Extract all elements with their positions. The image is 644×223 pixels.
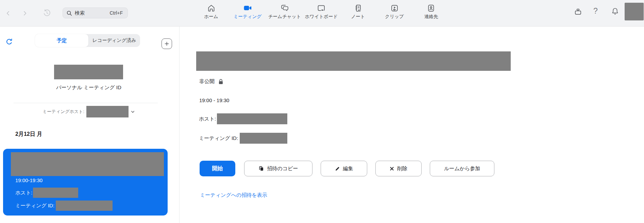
- tab-label: ホーム: [204, 14, 218, 19]
- copy-invitation-label: 招待のコピー: [267, 165, 298, 172]
- search-placeholder: 検索: [75, 10, 85, 16]
- show-meeting-invitation-link[interactable]: ミーティングへの招待を表示: [200, 192, 267, 198]
- refresh-icon[interactable]: [5, 38, 13, 46]
- sidebar-divider: [14, 103, 158, 103]
- chat-bubbles-icon: [280, 3, 289, 13]
- tab-label: 連絡先: [424, 14, 438, 19]
- tab-team-chat[interactable]: チームチャット: [268, 3, 301, 19]
- meeting-host-filter-label: ミーティングホスト:: [43, 109, 84, 115]
- meetings-sidebar: 予定 レコーディング済み パーソナル ミーティング ID ミーティングホスト: …: [0, 27, 180, 223]
- history-icon[interactable]: [43, 9, 51, 17]
- date-header: 2月12日 月: [15, 131, 42, 138]
- meeting-list-item[interactable]: 19:00-19:30 ホスト: ミーティング ID:: [3, 149, 168, 216]
- edit-label: 編集: [343, 165, 353, 172]
- edit-button[interactable]: 編集: [321, 161, 367, 176]
- meeting-detail-panel: 非公開 19:00 - 19:30 ホスト: ミーティング ID: 開始: [180, 27, 644, 223]
- tab-meetings[interactable]: ミーティング: [234, 3, 262, 19]
- tab-label: ノート: [351, 14, 365, 19]
- meeting-id-label: ミーティング ID:: [199, 135, 238, 142]
- delete-label: 削除: [397, 165, 407, 172]
- join-from-room-button[interactable]: ルームから参加: [430, 161, 494, 176]
- redacted-host-name: [33, 188, 78, 198]
- meeting-id-label: ミーティング ID:: [15, 203, 54, 209]
- action-buttons-row: 開始 招待のコピー 編集 削除: [180, 161, 644, 176]
- tab-label: ホワイトボード: [305, 14, 338, 19]
- search-shortcut: Ctrl+F: [110, 10, 123, 16]
- redacted-meeting-title: [196, 51, 511, 71]
- start-button-label: 開始: [212, 165, 223, 172]
- tab-label: ミーティング: [234, 14, 262, 19]
- meeting-id-row: ミーティング ID:: [199, 133, 287, 144]
- redacted-host-name: [86, 106, 129, 117]
- tab-home[interactable]: ホーム: [204, 3, 218, 19]
- meeting-time: 19:00-19:30: [15, 177, 43, 183]
- start-button[interactable]: 開始: [200, 161, 235, 176]
- copy-icon: [258, 166, 264, 171]
- x-icon: [390, 166, 394, 171]
- redacted-personal-meeting-id: [54, 65, 123, 79]
- privacy-label: 非公開: [199, 78, 215, 85]
- contacts-icon: [427, 3, 436, 13]
- tab-scheduled[interactable]: 予定: [35, 34, 88, 47]
- clips-icon: [390, 3, 399, 13]
- redacted-meeting-id: [56, 201, 113, 211]
- tab-label: チームチャット: [268, 14, 301, 19]
- notes-icon: [354, 3, 362, 13]
- host-label: ホスト:: [15, 190, 32, 196]
- add-meeting-button[interactable]: [162, 38, 172, 49]
- tab-recorded[interactable]: レコーディング済み: [88, 34, 140, 47]
- tab-contacts[interactable]: 連絡先: [424, 3, 438, 19]
- tab-whiteboard[interactable]: ホワイトボード: [305, 3, 338, 19]
- pencil-icon: [335, 166, 340, 171]
- redacted-meeting-id: [240, 133, 287, 144]
- tab-notes[interactable]: ノート: [351, 3, 365, 19]
- copy-invitation-button[interactable]: 招待のコピー: [244, 161, 312, 176]
- help-icon[interactable]: ?: [593, 6, 598, 15]
- delete-button[interactable]: 削除: [375, 161, 422, 176]
- tab-clips[interactable]: クリップ: [385, 3, 404, 19]
- notifications-bell-icon[interactable]: [611, 7, 620, 16]
- sidebar-view-switch: 予定 レコーディング済み: [35, 34, 140, 47]
- personal-meeting-id-label: パーソナル ミーティング ID: [0, 84, 177, 91]
- connect-device-icon[interactable]: [574, 7, 582, 16]
- meeting-id-row: ミーティング ID:: [15, 201, 113, 211]
- redacted-meeting-title: [11, 152, 164, 176]
- join-from-room-label: ルームから参加: [444, 165, 480, 172]
- host-label: ホスト:: [199, 116, 216, 122]
- chevron-down-icon: [131, 110, 135, 114]
- meeting-host-row: ホスト:: [15, 188, 78, 198]
- search-icon: [66, 10, 72, 16]
- back-arrow-icon[interactable]: [5, 10, 12, 17]
- meeting-host-filter[interactable]: ミーティングホスト:: [0, 106, 177, 117]
- avatar[interactable]: [625, 3, 644, 20]
- meeting-time-range: 19:00 - 19:30: [199, 97, 229, 103]
- privacy-row: 非公開: [199, 78, 223, 85]
- host-row: ホスト:: [199, 113, 287, 124]
- lock-icon: [218, 79, 223, 85]
- redacted-host-name: [217, 113, 287, 124]
- forward-arrow-icon[interactable]: [21, 10, 28, 17]
- search-input[interactable]: 検索 Ctrl+F: [63, 7, 128, 18]
- whiteboard-icon: [317, 3, 326, 13]
- home-icon: [207, 3, 216, 13]
- video-camera-icon: [243, 3, 252, 13]
- tab-label: クリップ: [385, 14, 404, 19]
- top-bar: 検索 Ctrl+F ホーム ミーティング チームチャット: [0, 0, 644, 27]
